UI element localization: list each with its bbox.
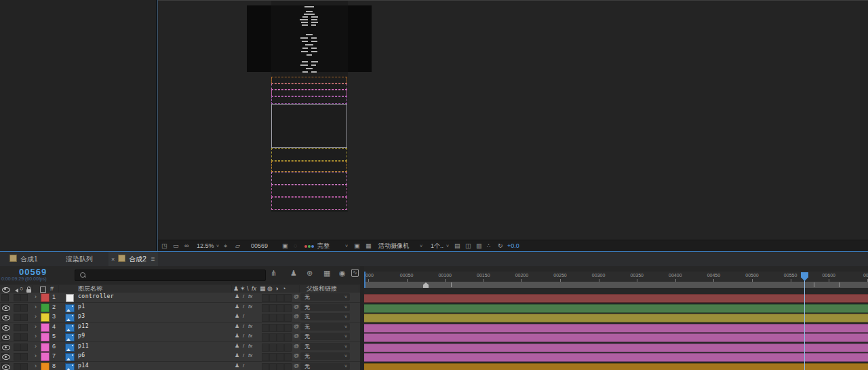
twirl-arrow[interactable]: ›: [35, 293, 37, 300]
shy-icon[interactable]: ♟: [235, 303, 239, 310]
quality-switch[interactable]: /: [243, 293, 244, 299]
eye-icon[interactable]: [2, 365, 10, 370]
parent-dropdown[interactable]: 无˅: [300, 293, 350, 301]
adjustment-cell[interactable]: [277, 314, 284, 322]
motion-blur-cell[interactable]: [269, 353, 277, 361]
motion-blur-cell[interactable]: [269, 304, 277, 312]
eye-icon[interactable]: [2, 345, 10, 350]
frame-blend-cell[interactable]: [262, 353, 269, 361]
eye-icon[interactable]: [2, 335, 10, 340]
layer-name[interactable]: p6: [78, 352, 85, 358]
motion-blur-cell[interactable]: [269, 344, 277, 352]
frame-blend-cell[interactable]: [262, 304, 269, 312]
adjustment-cell[interactable]: [277, 304, 284, 312]
viewer-timecode[interactable]: 00569: [251, 242, 268, 250]
zoom-level[interactable]: 12.5%: [197, 242, 214, 250]
label-color-swatch[interactable]: [41, 343, 50, 352]
fx-switch[interactable]: fx: [248, 303, 252, 310]
layer-name[interactable]: p9: [78, 333, 85, 339]
transparency-grid-icon[interactable]: ▦: [366, 242, 372, 250]
snapshot-camera-icon[interactable]: ▣: [282, 242, 288, 250]
adjustment-cell[interactable]: [277, 353, 284, 361]
layer-name[interactable]: controller: [78, 293, 114, 299]
layer-row[interactable]: › 6 p11 ♟ / fx @ 无˅: [0, 342, 360, 352]
threed-cell[interactable]: [284, 324, 292, 332]
parent-dropdown[interactable]: 无˅: [300, 323, 350, 331]
pick-whip-icon[interactable]: @: [294, 333, 299, 339]
current-timecode[interactable]: 00569: [19, 267, 47, 277]
chevron-down-icon[interactable]: ˅: [446, 242, 449, 250]
shy-icon[interactable]: ♟: [235, 293, 239, 299]
comp-marker[interactable]: [423, 282, 429, 288]
layer-duration-bar[interactable]: [364, 314, 868, 322]
layer-name[interactable]: p14: [78, 363, 89, 369]
pick-whip-icon[interactable]: @: [294, 303, 299, 310]
label-color-swatch[interactable]: [41, 363, 50, 370]
layer-name-header[interactable]: 图层名称: [78, 285, 102, 293]
twirl-arrow[interactable]: ›: [35, 303, 37, 310]
threed-cell[interactable]: [284, 304, 292, 312]
chevron-down-icon[interactable]: ˅: [345, 242, 348, 250]
layer-duration-bar[interactable]: [364, 363, 868, 370]
flowchart-icon[interactable]: ∴: [487, 242, 491, 250]
fx-switch[interactable]: fx: [248, 343, 252, 349]
show-snapshot-icon[interactable]: ◌: [294, 242, 297, 250]
eye-icon[interactable]: [2, 354, 10, 360]
region-of-interest-icon[interactable]: ▣: [354, 242, 360, 250]
frame-blend-icon[interactable]: ⊛: [307, 269, 313, 278]
frame-blend-cell[interactable]: [262, 363, 269, 370]
layer-name[interactable]: p11: [78, 343, 89, 349]
parent-link-header[interactable]: 父级和链接: [307, 285, 337, 293]
threed-cell[interactable]: [284, 333, 292, 341]
layer-duration-bar[interactable]: [364, 294, 868, 303]
fx-switch[interactable]: fx: [248, 333, 252, 339]
fx-switch[interactable]: fx: [248, 323, 252, 329]
label-color-swatch[interactable]: [41, 333, 50, 341]
adjustment-cell[interactable]: [277, 333, 284, 341]
camera-select[interactable]: 活动摄像机: [378, 242, 409, 250]
lock-cell[interactable]: [20, 333, 28, 341]
layer-name[interactable]: p12: [78, 323, 89, 329]
view-layout-select[interactable]: 1个..: [431, 242, 443, 250]
tab-comp1[interactable]: 合成1: [9, 252, 38, 266]
parent-dropdown[interactable]: 无˅: [300, 303, 350, 311]
fx-switch[interactable]: fx: [248, 352, 252, 358]
motion-blur-cell[interactable]: [269, 294, 277, 302]
layer-duration-bar[interactable]: [364, 333, 868, 342]
layer-row[interactable]: › 2 p1 ♟ / fx @ 无˅: [0, 303, 360, 313]
layer-duration-bar[interactable]: [364, 324, 868, 333]
twirl-arrow[interactable]: ›: [35, 323, 37, 330]
shy-icon[interactable]: ♟: [235, 313, 239, 319]
layer-name[interactable]: p3: [78, 313, 85, 319]
threed-cell[interactable]: [284, 363, 292, 370]
close-icon[interactable]: ×: [111, 256, 115, 263]
quality-switch[interactable]: /: [243, 363, 244, 369]
layer-row[interactable]: › 7 p6 ♟ / fx @ 无˅: [0, 352, 360, 362]
layer-duration-bar[interactable]: [364, 344, 868, 352]
adjustment-cell[interactable]: [277, 363, 284, 370]
label-color-swatch[interactable]: [41, 293, 50, 302]
lock-cell[interactable]: [20, 353, 28, 360]
layer-row[interactable]: › 3 p3 ♟ / @ 无˅: [0, 312, 360, 322]
parent-dropdown[interactable]: 无˅: [300, 343, 350, 350]
motion-blur-cell[interactable]: [269, 324, 277, 332]
layer-name[interactable]: p1: [78, 303, 85, 310]
channels-icon[interactable]: [304, 242, 315, 250]
layer-row[interactable]: › 4 p12 ♟ / fx @ 无˅: [0, 322, 360, 333]
lock-cell[interactable]: [20, 294, 28, 301]
motion-blur-cell[interactable]: [269, 314, 277, 322]
layer-row[interactable]: › 5 p9 ♟ / fx @ 无˅: [0, 332, 360, 342]
shy-icon[interactable]: ♟: [235, 333, 239, 339]
label-color-swatch[interactable]: [41, 303, 50, 312]
parent-dropdown[interactable]: 无˅: [300, 333, 350, 340]
shy-icon[interactable]: ♟: [235, 343, 239, 349]
threed-cell[interactable]: [284, 294, 292, 302]
quality-switch[interactable]: /: [243, 323, 244, 329]
work-area-bar[interactable]: [364, 282, 868, 288]
pick-whip-icon[interactable]: @: [294, 323, 299, 329]
fx-switch[interactable]: fx: [248, 293, 252, 299]
twirl-arrow[interactable]: ›: [35, 343, 37, 350]
tab-comp2-active[interactable]: ×合成2≡: [108, 252, 158, 267]
reset-exposure-icon[interactable]: ↻: [498, 242, 503, 250]
layer-row[interactable]: › 1 controller ♟ / fx @ 无˅: [0, 293, 360, 303]
